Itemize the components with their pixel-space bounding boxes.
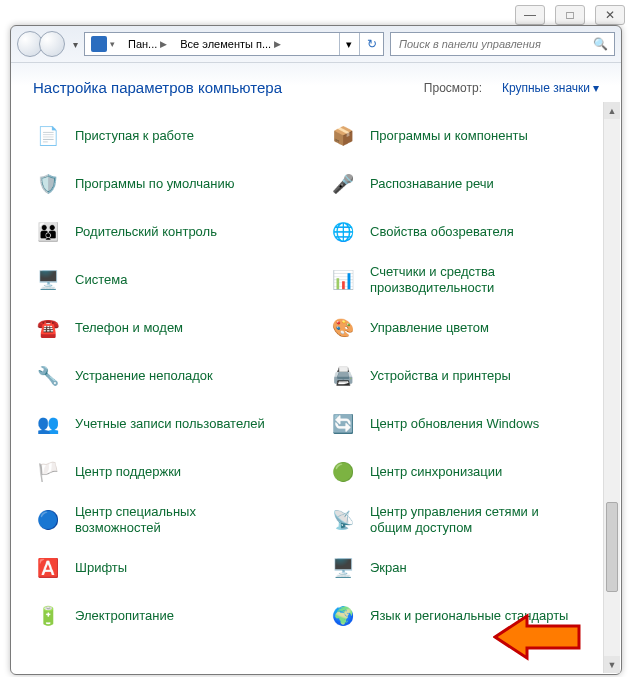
item-icon: 👥: [31, 407, 65, 441]
control-panel-icon: [91, 36, 107, 52]
control-panel-item[interactable]: 🔧Устранение неполадок: [27, 352, 314, 400]
item-label: Телефон и модем: [75, 320, 183, 336]
view-selector[interactable]: Крупные значки▾: [502, 81, 599, 95]
control-panel-item[interactable]: 🎤Распознавание речи: [322, 160, 609, 208]
control-panel-item[interactable]: 🅰️Шрифты: [27, 544, 314, 592]
control-panel-item[interactable]: 🖨️Устройства и принтеры: [322, 352, 609, 400]
history-dropdown-icon[interactable]: ▾: [73, 39, 78, 50]
item-icon: 📡: [326, 503, 360, 537]
item-icon: 📊: [326, 263, 360, 297]
control-panel-item[interactable]: 🖥️Система: [27, 256, 314, 304]
item-icon: 🎨: [326, 311, 360, 345]
item-label: Центр специальных возможностей: [75, 504, 275, 537]
item-label: Язык и региональные стандарты: [370, 608, 568, 624]
item-label: Распознавание речи: [370, 176, 494, 192]
item-label: Программы и компоненты: [370, 128, 528, 144]
search-box[interactable]: 🔍: [390, 32, 615, 56]
address-bar[interactable]: ▾ Пан...▶ Все элементы п...▶ ▾ ↻: [84, 32, 384, 56]
navigation-bar: ▾ ▾ Пан...▶ Все элементы п...▶ ▾ ↻ 🔍: [11, 26, 621, 62]
item-label: Электропитание: [75, 608, 174, 624]
view-label: Просмотр:: [424, 81, 482, 95]
item-label: Приступая к работе: [75, 128, 194, 144]
search-input[interactable]: [397, 37, 593, 51]
item-label: Центр обновления Windows: [370, 416, 539, 432]
item-label: Учетные записи пользователей: [75, 416, 265, 432]
item-icon: 📄: [31, 119, 65, 153]
item-label: Шрифты: [75, 560, 127, 576]
item-icon: 🔋: [31, 599, 65, 633]
item-icon: ☎️: [31, 311, 65, 345]
breadcrumb-seg-1[interactable]: Пан...▶: [122, 33, 174, 55]
control-panel-item[interactable]: 🛡️Программы по умолчанию: [27, 160, 314, 208]
control-panel-item[interactable]: 👥Учетные записи пользователей: [27, 400, 314, 448]
control-panel-item[interactable]: 🌐Свойства обозревателя: [322, 208, 609, 256]
page-title: Настройка параметров компьютера: [33, 79, 404, 96]
item-label: Управление цветом: [370, 320, 489, 336]
item-label: Центр управления сетями и общим доступом: [370, 504, 570, 537]
control-panel-window: ▾ ▾ Пан...▶ Все элементы п...▶ ▾ ↻ 🔍 Нас…: [10, 25, 622, 675]
item-label: Экран: [370, 560, 407, 576]
search-icon: 🔍: [593, 37, 608, 51]
control-panel-item[interactable]: 📡Центр управления сетями и общим доступо…: [322, 496, 609, 544]
item-icon: 🌐: [326, 215, 360, 249]
item-icon: 🎤: [326, 167, 360, 201]
item-icon: 🔄: [326, 407, 360, 441]
close-button[interactable]: ✕: [595, 5, 625, 25]
item-label: Родительский контроль: [75, 224, 217, 240]
item-icon: 🔧: [31, 359, 65, 393]
scroll-down-button[interactable]: ▼: [604, 656, 620, 673]
control-panel-item[interactable]: 📊Счетчики и средства производительности: [322, 256, 609, 304]
control-panel-item[interactable]: 📄Приступая к работе: [27, 112, 314, 160]
control-panel-item[interactable]: 🔵Центр специальных возможностей: [27, 496, 314, 544]
item-icon: 🖥️: [31, 263, 65, 297]
item-label: Счетчики и средства производительности: [370, 264, 570, 297]
header: Настройка параметров компьютера Просмотр…: [11, 62, 621, 102]
item-label: Свойства обозревателя: [370, 224, 514, 240]
control-panel-item[interactable]: 🔋Электропитание: [27, 592, 314, 640]
content-area: 📄Приступая к работе📦Программы и компонен…: [11, 102, 621, 650]
control-panel-item[interactable]: 🖥️Экран: [322, 544, 609, 592]
nav-history: [17, 31, 65, 57]
chevron-down-icon: ▾: [593, 81, 599, 95]
control-panel-item[interactable]: 🎨Управление цветом: [322, 304, 609, 352]
vertical-scrollbar[interactable]: ▲ ▼: [603, 102, 620, 673]
item-icon: 🛡️: [31, 167, 65, 201]
control-panel-item[interactable]: 🏳️Центр поддержки: [27, 448, 314, 496]
minimize-button[interactable]: —: [515, 5, 545, 25]
control-panel-item[interactable]: 📦Программы и компоненты: [322, 112, 609, 160]
maximize-button[interactable]: □: [555, 5, 585, 25]
scroll-thumb[interactable]: [606, 502, 618, 592]
item-icon: 🖨️: [326, 359, 360, 393]
item-icon: 📦: [326, 119, 360, 153]
refresh-button[interactable]: ↻: [359, 33, 383, 55]
item-icon: 🅰️: [31, 551, 65, 585]
control-panel-item[interactable]: 🌍Язык и региональные стандарты: [322, 592, 609, 640]
item-label: Устранение неполадок: [75, 368, 213, 384]
item-label: Центр синхронизации: [370, 464, 502, 480]
item-icon: 🟢: [326, 455, 360, 489]
item-label: Программы по умолчанию: [75, 176, 234, 192]
item-label: Центр поддержки: [75, 464, 181, 480]
window-title-controls: — □ ✕: [515, 5, 625, 25]
item-icon: 🏳️: [31, 455, 65, 489]
control-panel-item[interactable]: 🔄Центр обновления Windows: [322, 400, 609, 448]
control-panel-item[interactable]: 🟢Центр синхронизации: [322, 448, 609, 496]
breadcrumb-seg-2[interactable]: Все элементы п...▶: [174, 33, 288, 55]
item-label: Система: [75, 272, 127, 288]
item-icon: 👪: [31, 215, 65, 249]
item-label: Устройства и принтеры: [370, 368, 511, 384]
item-icon: 🖥️: [326, 551, 360, 585]
control-panel-item[interactable]: 👪Родительский контроль: [27, 208, 314, 256]
item-icon: 🔵: [31, 503, 65, 537]
forward-button[interactable]: [39, 31, 65, 57]
scroll-up-button[interactable]: ▲: [604, 102, 620, 119]
item-icon: 🌍: [326, 599, 360, 633]
control-panel-item[interactable]: ☎️Телефон и модем: [27, 304, 314, 352]
